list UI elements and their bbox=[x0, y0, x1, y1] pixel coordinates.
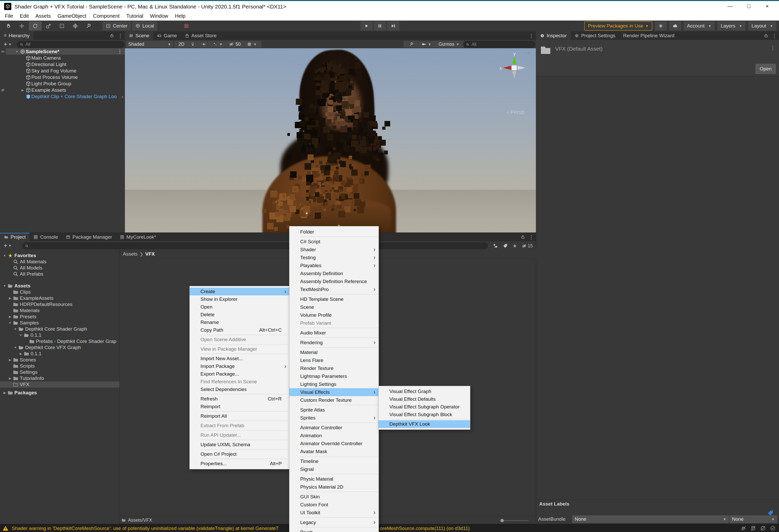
tab-scene[interactable]: Scene bbox=[125, 31, 153, 40]
create-menu-item-volume-profile[interactable]: Volume Profile bbox=[289, 311, 378, 319]
create-menu-item-ui-toolkit[interactable]: UI Toolkit› bbox=[289, 509, 378, 517]
project-create-button[interactable]: +▼ bbox=[2, 242, 13, 249]
tab-game[interactable]: Game bbox=[153, 31, 181, 40]
create-menu-item-lens-flare[interactable]: Lens Flare bbox=[289, 356, 378, 364]
create-menu-item-animation[interactable]: Animation bbox=[289, 431, 378, 440]
context-menu-item-open-c-project[interactable]: Open C# Project bbox=[190, 450, 289, 458]
context-menu-item-rename[interactable]: Rename bbox=[190, 319, 289, 326]
project-item-exampleassets[interactable]: ▶ExampleAssets bbox=[0, 295, 120, 301]
lock-icon[interactable] bbox=[110, 34, 114, 38]
project-item-0-1-1[interactable]: ▼0.1.1 bbox=[0, 332, 120, 338]
create-menu-item-render-texture[interactable]: Render Texture bbox=[289, 364, 378, 372]
scene-search[interactable] bbox=[463, 41, 535, 48]
create-menu-item-material[interactable]: Material bbox=[289, 348, 378, 356]
create-menu-item-legacy[interactable]: Legacy› bbox=[289, 518, 378, 526]
create-menu-item-c-script[interactable]: C# Script bbox=[289, 238, 378, 246]
scene-viewport[interactable]: y x ‹ Persp bbox=[125, 48, 536, 232]
foldout-arrow-icon[interactable]: ▶ bbox=[7, 296, 13, 300]
close-button[interactable]: × bbox=[758, 2, 776, 11]
assetbundle-dropdown[interactable]: None▼ bbox=[572, 515, 729, 523]
vfx-menu-item-visual-effect-graph[interactable]: Visual Effect Graph bbox=[378, 388, 470, 395]
play-button[interactable] bbox=[360, 21, 373, 30]
menubar-item-component[interactable]: Component bbox=[90, 12, 123, 20]
rect-tool[interactable] bbox=[56, 21, 68, 30]
layout-dropdown[interactable]: Layout▼ bbox=[748, 21, 776, 30]
foldout-arrow-icon[interactable]: ▶ bbox=[18, 352, 23, 355]
gizmos-dropdown[interactable]: Gizmos▼ bbox=[434, 41, 464, 48]
hierarchy-search[interactable] bbox=[17, 41, 124, 48]
kebab-menu-icon[interactable]: ⋮ bbox=[117, 49, 122, 55]
menubar-item-assets[interactable]: Assets bbox=[32, 12, 54, 20]
project-item-all-models[interactable]: All Models bbox=[0, 265, 120, 271]
menubar-item-tutorial[interactable]: Tutorial bbox=[123, 12, 146, 20]
project-item-prefabs-depthkit-core-shader-grap[interactable]: Prefabs - Depthkit Core Shader Grap bbox=[0, 338, 120, 344]
foldout-arrow-icon[interactable]: ▼ bbox=[2, 284, 7, 288]
search-by-label-button[interactable] bbox=[502, 243, 509, 249]
hierarchy-item-main-camera[interactable]: Main Camera bbox=[0, 55, 125, 61]
project-item-scripts[interactable]: Scripts bbox=[0, 363, 120, 369]
create-menu-item-folder[interactable]: Folder bbox=[289, 228, 378, 236]
collab-disabled-icon[interactable] bbox=[760, 525, 766, 531]
create-menu-item-scene[interactable]: Scene bbox=[289, 303, 378, 311]
create-menu-item-hd-template-scene[interactable]: HD Template Scene bbox=[289, 295, 378, 303]
favorites-button[interactable]: ★ bbox=[512, 243, 518, 249]
context-menu-item-copy-path[interactable]: Copy PathAlt+Ctrl+C bbox=[190, 326, 289, 334]
foldout-arrow-icon[interactable]: ▶ bbox=[7, 315, 13, 319]
kebab-menu-icon[interactable]: ⋮ bbox=[529, 32, 534, 39]
tab-hierarchy[interactable]: ≡ Hierarchy bbox=[0, 31, 34, 40]
project-item-vfx[interactable]: VFX bbox=[0, 382, 120, 388]
context-menu-item-import-new-asset[interactable]: Import New Asset... bbox=[190, 355, 289, 362]
breadcrumb-current[interactable]: VFX bbox=[145, 251, 155, 257]
kebab-menu-icon[interactable]: ⋮ bbox=[529, 234, 534, 240]
project-item-clips[interactable]: Clips bbox=[0, 289, 120, 295]
foldout-arrow-icon[interactable]: ▶ bbox=[2, 391, 7, 395]
move-tool[interactable] bbox=[15, 21, 28, 30]
account-dropdown[interactable]: Account▼ bbox=[684, 21, 715, 30]
hierarchy-create-button[interactable]: +▼ bbox=[2, 41, 13, 48]
project-item-depthkit-core-vfx-graph[interactable]: ▼Depthkit Core VFX Graph bbox=[0, 344, 120, 351]
create-menu-item-lighting-settings[interactable]: Lighting Settings bbox=[289, 380, 378, 388]
context-menu-item-properties[interactable]: Properties...Alt+P bbox=[190, 460, 289, 468]
preview-packages-button[interactable]: Preview Packages in Use▼ bbox=[584, 21, 652, 30]
thumbnail-zoom-slider[interactable] bbox=[500, 520, 529, 521]
vfx-menu-item-visual-effect-subgraph-block[interactable]: Visual Effect Subgraph Block bbox=[378, 411, 470, 418]
lock-icon[interactable] bbox=[764, 34, 768, 38]
hierarchy-item-sky-and-fog-volume[interactable]: Sky and Fog Volume bbox=[0, 68, 125, 74]
open-button[interactable]: Open bbox=[755, 64, 776, 74]
create-menu-item-sprite-atlas[interactable]: Sprite Atlas bbox=[289, 406, 378, 414]
project-visibility-button[interactable]: 15 bbox=[521, 243, 534, 249]
tab-asset-store[interactable]: Asset Store bbox=[181, 31, 221, 40]
project-item-all-materials[interactable]: All Materials bbox=[0, 259, 120, 265]
context-menu-item-show-in-explorer[interactable]: Show in Explorer bbox=[190, 295, 289, 303]
hierarchy-item-light-probe-group[interactable]: Light Probe Group bbox=[0, 80, 125, 87]
tab-mycorelook[interactable]: MyCoreLook* bbox=[116, 233, 160, 241]
projection-mode-label[interactable]: ‹ Persp bbox=[507, 109, 525, 115]
project-item-all-prefabs[interactable]: All Prefabs bbox=[0, 271, 120, 277]
create-menu-item-animator-controller[interactable]: Animator Controller bbox=[289, 423, 378, 431]
project-item-settings[interactable]: Settings bbox=[0, 369, 120, 375]
breadcrumb-root[interactable]: Assets bbox=[123, 251, 137, 257]
vfx-menu-item-visual-effect-subgraph-operator[interactable]: Visual Effect Subgraph Operator bbox=[378, 403, 470, 411]
orientation-gizmo[interactable]: y x bbox=[499, 52, 530, 83]
project-item-assets[interactable]: ▼Assets bbox=[0, 283, 120, 289]
project-item-tutorialinfo[interactable]: ▶TutorialInfo bbox=[0, 375, 120, 382]
search-by-type-button[interactable] bbox=[492, 243, 499, 249]
project-item-materials[interactable]: Materials bbox=[0, 308, 120, 314]
pause-button[interactable] bbox=[374, 21, 386, 30]
context-menu-item-select-dependencies[interactable]: Select Dependencies bbox=[190, 386, 289, 393]
assetbundle-variant-dropdown[interactable]: None▼ bbox=[729, 515, 777, 523]
tab-render-pipeline-wizard[interactable]: Render Pipeline Wizard bbox=[619, 31, 678, 40]
tab-project-settings[interactable]: Project Settings bbox=[571, 31, 619, 40]
tab-project[interactable]: Project bbox=[0, 233, 29, 241]
foldout-arrow-icon[interactable]: ▶ bbox=[20, 88, 25, 92]
shading-mode-dropdown[interactable]: Shaded▼ bbox=[126, 41, 173, 48]
create-menu-item-animator-override-controller[interactable]: Animator Override Controller bbox=[289, 440, 378, 448]
foldout-arrow-icon[interactable]: ▼ bbox=[7, 321, 13, 325]
menubar-item-gameobject[interactable]: GameObject bbox=[54, 12, 90, 20]
hand-tool[interactable] bbox=[2, 21, 15, 30]
maximize-button[interactable]: □ bbox=[739, 2, 758, 11]
orientation-local-button[interactable]: Local bbox=[132, 21, 157, 30]
create-menu-item-avatar-mask[interactable]: Avatar Mask bbox=[289, 448, 378, 455]
lock-icon[interactable] bbox=[521, 235, 525, 239]
cloud-button[interactable] bbox=[669, 21, 681, 30]
